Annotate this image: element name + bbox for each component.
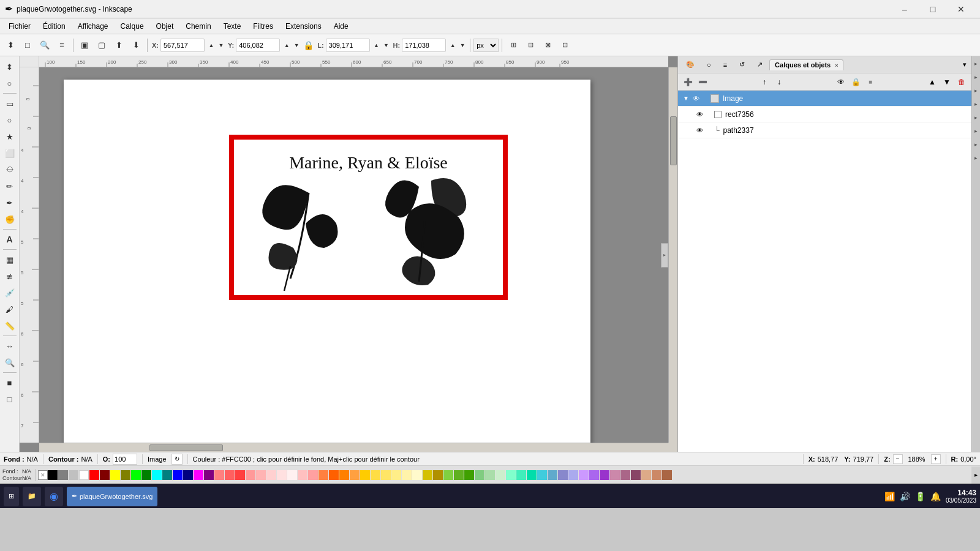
layer-row-image[interactable]: ▼ 👁 Image [678, 91, 971, 107]
toolbar-group[interactable]: ▣ [77, 37, 92, 53]
tab-align[interactable]: ≡ [718, 59, 733, 70]
swatch-orange2[interactable] [329, 470, 339, 480]
toolbar-snap3[interactable]: ⊠ [540, 37, 556, 53]
tool-mesh[interactable]: ≢ [2, 268, 18, 284]
tool-eraser[interactable]: □ [2, 391, 18, 407]
swatch-palegreen[interactable] [485, 470, 495, 480]
swatch-mintgreen[interactable] [496, 470, 505, 480]
y-step-down[interactable]: ▼ [292, 37, 301, 53]
swatch-yellow[interactable] [110, 470, 120, 480]
ri-btn-8[interactable]: ▸ [973, 152, 980, 164]
swatch-aqua1[interactable] [506, 470, 516, 480]
swatch-blueviolet[interactable] [558, 470, 568, 480]
layers-delete-button[interactable]: 🗑 [956, 76, 968, 88]
swatch-pink3[interactable] [246, 470, 255, 480]
y-step-up[interactable]: ▲ [282, 37, 291, 53]
swatch-pink4[interactable] [256, 470, 266, 480]
swatch-violet1[interactable] [579, 470, 589, 480]
layers-move-up[interactable]: ↑ [758, 76, 771, 88]
ri-btn-5[interactable]: ▸ [973, 111, 980, 124]
layers-up-arrow[interactable]: ▲ [926, 76, 938, 88]
minimize-button[interactable]: – [891, 0, 919, 18]
swatch-black[interactable] [48, 470, 58, 480]
swatch-brown1[interactable] [433, 470, 443, 480]
tool-calligraphy[interactable]: ✊ [2, 211, 18, 227]
layers-add-button[interactable]: ➕ [682, 76, 694, 88]
swatch-pink8[interactable] [298, 470, 307, 480]
tool-text[interactable]: A [2, 231, 18, 247]
tool-measure[interactable]: 📏 [2, 318, 18, 334]
swatch-yellow5[interactable] [402, 470, 412, 480]
tool-star[interactable]: ★ [2, 129, 18, 144]
swatch-aqua4[interactable] [537, 470, 547, 480]
panel-collapse-handle[interactable]: ▸ [661, 243, 668, 268]
tab-layers-close[interactable]: × [835, 62, 838, 69]
swatch-violet2[interactable] [589, 470, 599, 480]
swatch-pink7[interactable] [287, 470, 297, 480]
svg-artwork[interactable]: Marine, Ryan & Eloïse [229, 135, 508, 300]
maximize-button[interactable]: □ [919, 0, 947, 18]
swatch-rose2[interactable] [631, 470, 641, 480]
layer-name-rect[interactable]: rect7356 [725, 110, 967, 119]
notification-icon[interactable]: 🔔 [930, 492, 941, 501]
menu-fichier[interactable]: Fichier [2, 21, 37, 32]
tool-gradient[interactable]: ▦ [2, 252, 18, 268]
taskbar-explorer[interactable]: 📁 [23, 487, 41, 506]
swatch-blue[interactable] [173, 470, 183, 480]
swatch-white[interactable] [79, 470, 89, 480]
x-step-down[interactable]: ▼ [217, 37, 225, 53]
tool-3d[interactable]: ⬜ [2, 145, 18, 161]
l-step-down[interactable]: ▼ [382, 37, 391, 53]
tool-selector[interactable]: ⬍ [2, 59, 18, 75]
tool-connector[interactable]: ↔ [2, 338, 18, 354]
layer-name-image[interactable]: Image [723, 94, 967, 103]
swatch-orange4[interactable] [350, 470, 360, 480]
layer-name-path[interactable]: path2337 [723, 126, 967, 135]
swatch-olive[interactable] [121, 470, 130, 480]
battery-icon[interactable]: 🔋 [915, 492, 925, 501]
swatch-aqua3[interactable] [527, 470, 537, 480]
toolbar-snap2[interactable]: ⊟ [522, 37, 538, 53]
hscroll-thumb[interactable] [149, 444, 223, 451]
menu-calque[interactable]: Calque [115, 21, 150, 32]
swatch-yellow6[interactable] [412, 470, 422, 480]
swatch-green[interactable] [141, 470, 151, 480]
volume-icon[interactable]: 🔊 [900, 492, 910, 501]
toolbar-selector-tool[interactable]: ⬍ [2, 37, 18, 53]
zoom-out-btn[interactable]: − [893, 454, 903, 464]
swatch-violet3[interactable] [600, 470, 609, 480]
start-button[interactable]: ⊞ [4, 487, 19, 506]
no-color-button[interactable]: ✕ [38, 470, 48, 480]
swatch-gold[interactable] [360, 470, 370, 480]
layer-row-path2337[interactable]: 👁 └ path2337 [678, 122, 971, 138]
x-step-up[interactable]: ▲ [207, 37, 216, 53]
vertical-scrollbar[interactable] [668, 67, 677, 443]
layer-vis-icon-rect[interactable]: 👁 [696, 111, 703, 118]
toolbar-node-tool[interactable]: □ [20, 37, 36, 53]
tab-transform[interactable]: ↺ [734, 59, 750, 70]
toolbar-raise[interactable]: ⬆ [111, 37, 127, 53]
swatch-darkred[interactable] [100, 470, 110, 480]
swatch-pink9[interactable] [308, 470, 318, 480]
vscroll-thumb[interactable] [670, 116, 677, 165]
zoom-in-btn[interactable]: + [931, 454, 941, 464]
tool-ellipse[interactable]: ○ [2, 112, 18, 128]
toolbar-snap1[interactable]: ⊞ [505, 37, 521, 53]
taskbar-inkscape[interactable]: ✒ plaqueGrwotogether.svg [67, 487, 157, 506]
toolbar-align[interactable]: ≡ [54, 37, 70, 53]
swatch-pink2[interactable] [225, 470, 235, 480]
swatch-pink6[interactable] [277, 470, 287, 480]
swatch-teal[interactable] [162, 470, 172, 480]
swatch-lime[interactable] [131, 470, 141, 480]
tool-dropper[interactable]: 💉 [2, 285, 18, 301]
panel-expand-button[interactable]: ▾ [960, 59, 969, 70]
swatch-yellow3[interactable] [381, 470, 391, 480]
swatch-pink1[interactable] [214, 470, 224, 480]
x-input[interactable] [160, 39, 205, 52]
swatch-yellow2[interactable] [371, 470, 380, 480]
tool-paint[interactable]: 🖌 [2, 301, 18, 317]
swatch-mauve[interactable] [610, 470, 620, 480]
layers-eye-icon[interactable]: 👁 [835, 76, 847, 88]
menu-objet[interactable]: Objet [150, 21, 180, 32]
layer-vis-icon-image[interactable]: 👁 [693, 95, 699, 102]
